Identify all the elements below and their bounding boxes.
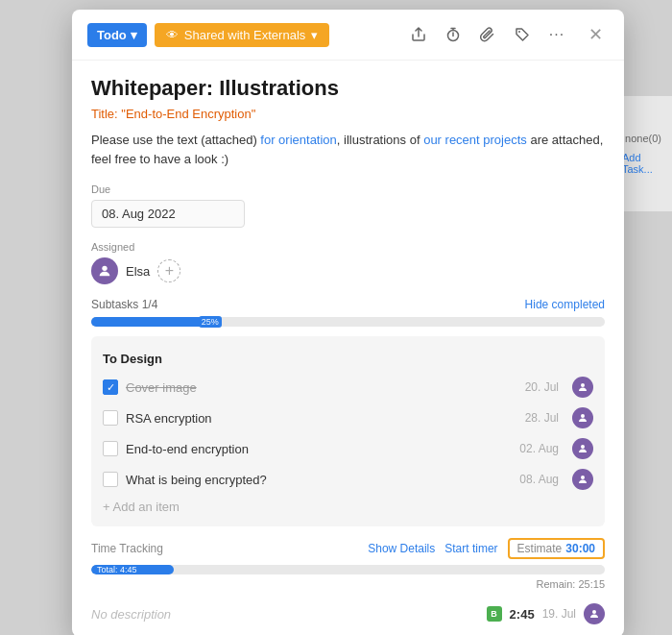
svg-point-6 [581,476,585,479]
time-entry-desc-1: No description [91,607,479,622]
time-bar-fill: Total: 4:45 [91,565,174,574]
desc-highlight2: our recent projects [423,133,527,147]
share-icon[interactable] [405,21,432,48]
time-tracking-label: Time Tracking [91,542,163,555]
subtask-avatar-1 [572,377,593,398]
svg-point-1 [518,31,520,33]
hide-completed-button[interactable]: Hide completed [525,298,605,311]
subtasks-header: Subtasks 1/4 Hide completed [91,298,605,311]
estimate-label: Estimate [517,542,563,555]
time-entry-avatar-1 [584,603,605,624]
subtask-checkbox-2[interactable] [103,410,118,426]
time-entry-date-1: 19. Jul [542,607,576,621]
eye-icon: 👁 [166,28,179,42]
add-subtask-button[interactable]: + Add an item [103,495,593,519]
show-details-button[interactable]: Show Details [368,542,435,555]
subtask-avatar-2 [572,407,593,428]
time-entry: No description B 2:00 20. Jul [91,630,605,635]
time-actions: Show Details Start timer Estimate 30:00 [368,538,605,559]
desc-highlight1: for orientation [260,133,337,147]
desc-plain: Please use the text (attached) [91,133,260,147]
subtasks-count-label: Subtasks 1/4 [91,298,157,311]
start-timer-button[interactable]: Start timer [444,542,497,555]
tag-icon[interactable] [509,21,536,48]
subtask-item: Cover image 20. Jul [103,372,593,403]
status-arrow-icon: ▾ [131,28,137,42]
subtitle-prefix: Title: [91,107,121,121]
svg-point-4 [581,414,585,418]
assignees-list: Elsa + [91,257,605,284]
timer-icon[interactable] [440,21,467,48]
time-bar: Total: 4:45 [91,565,605,574]
sidebar-none-label: none(0) [625,133,661,144]
task-subtitle: Title: "End-to-End Encryption" [91,107,605,121]
task-title: Whitepaper: Illustrations [91,76,605,101]
estimate-badge: Estimate 30:00 [508,538,605,559]
remain-text: Remain: 25:15 [91,578,605,590]
svg-point-3 [581,383,585,387]
subtask-checkbox-1[interactable] [103,379,118,395]
backdrop: none(0) Add Task... Todo ▾ 👁 Shared with… [0,0,672,635]
subtask-item: End-to-end encryption 02. Aug [103,433,593,464]
time-entry-duration-1: 2:45 [510,607,535,622]
subtask-text-3: End-to-end encryption [126,442,512,456]
add-subtask-label: + Add an item [103,500,180,514]
assigned-label: Assigned [91,241,605,253]
time-entry-badge-1: B [487,606,502,622]
close-button[interactable]: ✕ [582,21,609,48]
status-label: Todo [97,28,127,42]
subtask-date-3: 02. Aug [519,442,559,455]
shared-label: Shared with Externals [184,28,305,42]
subtask-group-name: To Design [103,352,593,366]
subtask-text-1: Cover image [126,380,517,395]
task-description: Please use the text (attached) for orien… [91,131,605,168]
status-button[interactable]: Todo ▾ [87,23,147,47]
modal-header: Todo ▾ 👁 Shared with Externals ▾ [72,10,624,61]
subtask-item: What is being encrypted? 08. Aug [103,464,593,495]
progress-percent-label: 25% [199,316,222,328]
more-icon[interactable]: ··· [543,21,570,48]
shared-button[interactable]: 👁 Shared with Externals ▾ [155,23,329,47]
time-total-label: Total: 4:45 [97,565,137,574]
subtask-group: To Design Cover image 20. Jul RSA encryp… [91,336,605,526]
subtask-date-4: 08. Aug [519,473,559,486]
assignee-name: Elsa [126,264,150,279]
due-label: Due [91,183,605,195]
subtask-checkbox-3[interactable] [103,441,118,456]
avatar [91,257,118,284]
svg-point-7 [592,610,596,614]
modal-body: Whitepaper: Illustrations Title: "End-to… [72,61,624,635]
due-date-field[interactable]: 08. Aug 2022 [91,200,245,228]
add-task-button[interactable]: Add Task... [622,152,664,175]
task-modal: Todo ▾ 👁 Shared with Externals ▾ [72,10,624,635]
subtask-checkbox-4[interactable] [103,472,118,487]
shared-arrow-icon: ▾ [311,28,318,42]
estimate-value: 30:00 [565,542,595,555]
add-assignee-button[interactable]: + [157,259,180,282]
subtask-item: RSA encryption 28. Jul [103,403,593,433]
subtask-avatar-4 [572,469,593,490]
progress-bar: 25% [91,317,605,327]
time-tracking-section: Time Tracking Show Details Start timer E… [91,538,605,635]
subtask-date-2: 28. Jul [525,411,559,425]
time-tracking-header: Time Tracking Show Details Start timer E… [91,538,605,559]
assigned-section: Assigned Elsa + [91,241,605,284]
desc-middle: , illustrations of [337,133,423,147]
time-entry: No description B 2:45 19. Jul [91,598,605,630]
close-x-icon: ✕ [588,24,603,45]
attachment-icon[interactable] [474,21,501,48]
subtask-text-4: What is being encrypted? [126,473,512,487]
subtitle-value: "End-to-End Encryption" [121,107,255,121]
subtask-avatar-3 [572,438,593,459]
subtask-date-1: 20. Jul [525,380,559,394]
svg-point-2 [102,266,107,271]
subtask-text-2: RSA encryption [126,411,517,426]
svg-point-5 [581,445,585,449]
progress-fill: 25% [91,317,220,327]
